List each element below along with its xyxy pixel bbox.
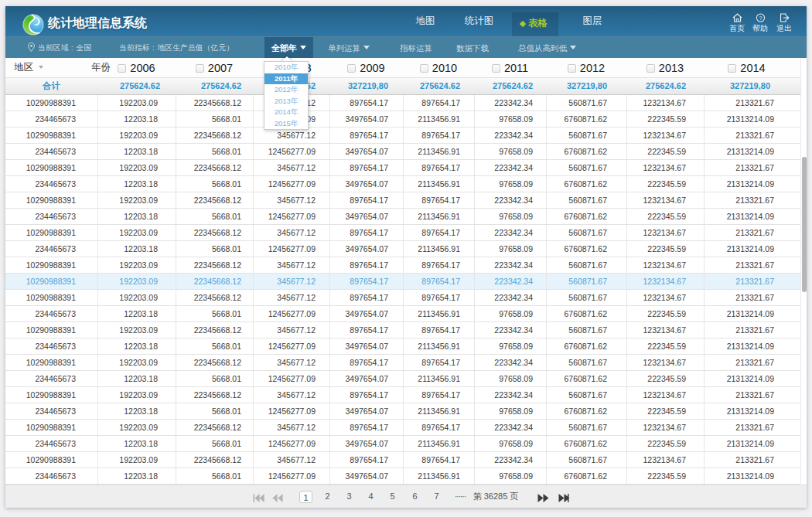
svg-text:?: ? bbox=[759, 15, 762, 22]
